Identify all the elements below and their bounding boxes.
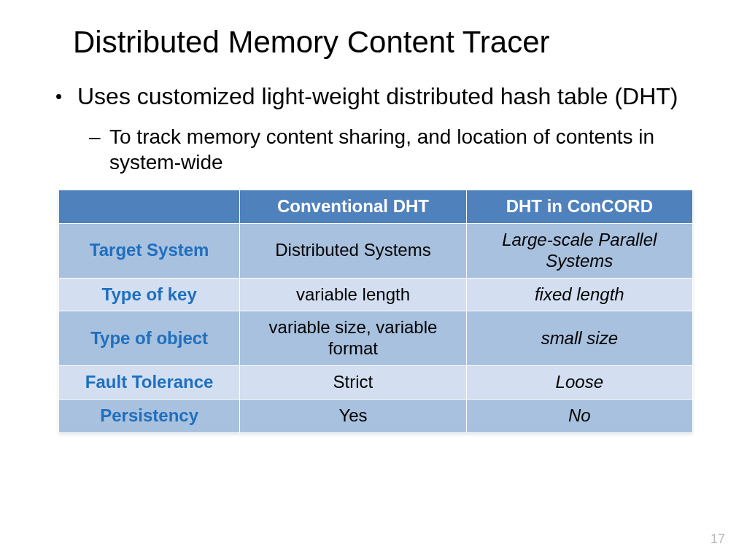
cell-concord: No (466, 399, 692, 432)
bullet-level1-text: Uses customized light-weight distributed… (77, 82, 678, 111)
cell-concord: Loose (466, 365, 692, 399)
bullet-level1: • Uses customized light-weight distribut… (55, 82, 696, 111)
page-number: 17 (711, 532, 725, 547)
table-row: Type of key variable length fixed length (59, 278, 693, 311)
header-conventional: Conventional DHT (240, 190, 466, 224)
cell-conventional: variable length (240, 278, 466, 311)
cell-conventional: variable size, variable format (240, 311, 466, 366)
row-label: Type of key (59, 278, 240, 311)
slide: Distributed Memory Content Tracer • Uses… (0, 0, 747, 560)
cell-conventional: Strict (240, 365, 466, 399)
slide-title: Distributed Memory Content Tracer (73, 25, 696, 60)
header-concord: DHT in ConCORD (466, 190, 692, 224)
table-header-row: Conventional DHT DHT in ConCORD (59, 190, 693, 224)
row-label: Persistency (59, 399, 240, 432)
cell-concord: fixed length (466, 278, 692, 311)
table-row: Target System Distributed Systems Large-… (59, 224, 693, 279)
bullet-level2: – To track memory content sharing, and l… (89, 124, 696, 175)
table-row: Persistency Yes No (59, 399, 693, 432)
bullet-list: • Uses customized light-weight distribut… (55, 82, 696, 175)
row-label: Type of object (59, 311, 240, 366)
cell-concord: Large-scale Parallel Systems (466, 224, 692, 279)
table-row: Type of object variable size, variable f… (59, 311, 693, 366)
cell-concord: small size (466, 311, 692, 366)
cell-conventional: Distributed Systems (240, 224, 466, 279)
table-row: Fault Tolerance Strict Loose (59, 365, 693, 399)
comparison-table: Conventional DHT DHT in ConCORD Target S… (58, 190, 693, 433)
bullet-level2-text: To track memory content sharing, and loc… (109, 124, 696, 175)
header-blank (59, 190, 240, 224)
dash-icon: – (89, 124, 109, 175)
bullet-icon: • (55, 82, 77, 111)
row-label: Fault Tolerance (59, 365, 240, 399)
row-label: Target System (59, 224, 240, 279)
cell-conventional: Yes (240, 399, 466, 432)
